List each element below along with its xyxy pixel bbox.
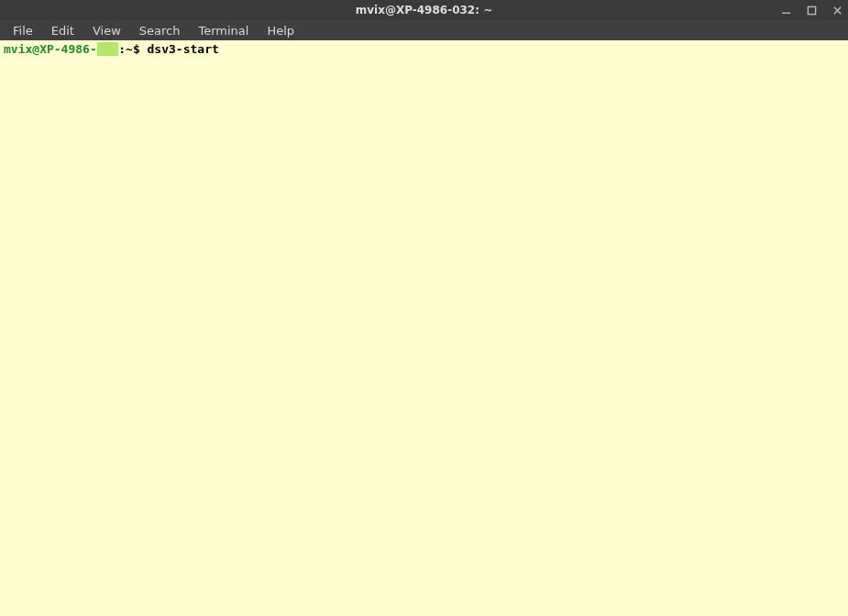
minimize-icon xyxy=(781,6,791,16)
command-text: dsv3-start xyxy=(148,42,219,56)
terminal-line: mvix@XP-4986- :~$ dsv3-start xyxy=(4,42,844,57)
menu-view[interactable]: View xyxy=(83,22,130,39)
menu-search[interactable]: Search xyxy=(130,22,190,39)
prompt-highlight xyxy=(97,42,118,56)
window-controls xyxy=(778,0,844,20)
maximize-button[interactable] xyxy=(804,3,819,17)
prompt-path: :~ xyxy=(118,42,133,56)
minimize-button[interactable] xyxy=(778,3,793,17)
close-icon xyxy=(832,6,842,16)
prompt-symbol: $ xyxy=(133,42,140,56)
menu-edit[interactable]: Edit xyxy=(42,22,83,39)
menu-help[interactable]: Help xyxy=(258,22,303,39)
menu-file[interactable]: File xyxy=(4,22,42,39)
close-button[interactable] xyxy=(830,3,844,17)
titlebar: mvix@XP-4986-032: ~ xyxy=(0,0,848,20)
svg-rect-1 xyxy=(808,6,815,14)
window-title: mvix@XP-4986-032: ~ xyxy=(356,4,492,16)
prompt-userhost: mvix@XP-4986- xyxy=(4,42,97,56)
menu-terminal[interactable]: Terminal xyxy=(189,22,258,39)
maximize-icon xyxy=(807,6,817,16)
terminal[interactable]: mvix@XP-4986- :~$ dsv3-start xyxy=(0,40,848,616)
menubar: File Edit View Search Terminal Help xyxy=(0,20,848,40)
